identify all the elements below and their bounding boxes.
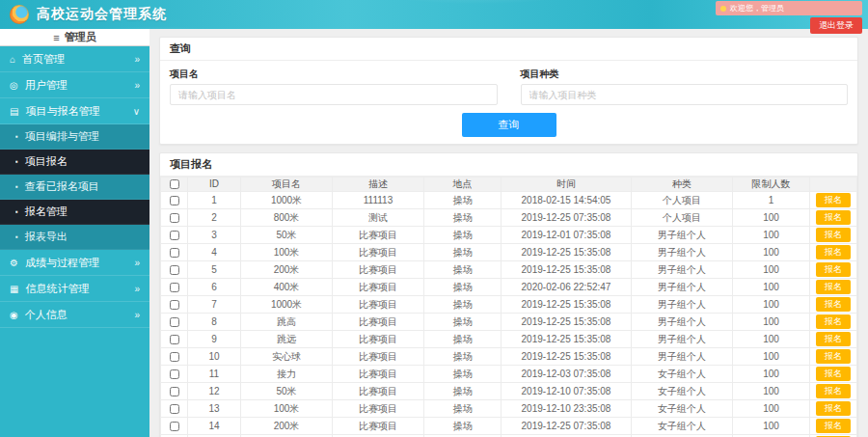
- logout-button[interactable]: 退出登录: [810, 17, 862, 34]
- signup-button[interactable]: 报名: [816, 297, 851, 312]
- signup-button[interactable]: 报名: [816, 419, 851, 433]
- menu-item-label: 个人信息: [25, 308, 68, 322]
- table-cell: 50米: [241, 227, 333, 244]
- table-row: 1250米比赛项目操场2019-12-10 07:35:08女子组个人100报名: [161, 383, 857, 400]
- table-cell: 2019-12-25 15:35:08: [502, 314, 632, 331]
- row-checkbox[interactable]: [170, 196, 179, 205]
- doc-icon: ▪: [15, 232, 18, 241]
- row-checkbox-cell: [161, 209, 188, 227]
- row-checkbox[interactable]: [170, 387, 179, 396]
- search-form: 项目名 项目种类 查询: [160, 61, 857, 144]
- table-cell: 跳高: [241, 314, 333, 331]
- signup-button[interactable]: 报名: [816, 245, 851, 259]
- row-checkbox-cell: [161, 348, 188, 366]
- row-checkbox[interactable]: [170, 422, 179, 431]
- table-cell: 操场: [424, 192, 502, 209]
- submenu-item-6[interactable]: ▪报名管理: [0, 200, 149, 225]
- greeting-text: 欢迎您，管理员: [730, 3, 784, 14]
- menu-item-label: 项目报名: [25, 154, 68, 169]
- row-checkbox-cell: [161, 296, 188, 314]
- table-cell: 女子组个人: [632, 366, 733, 383]
- chevron-icon: »: [134, 258, 140, 268]
- row-checkbox[interactable]: [170, 213, 179, 223]
- signup-button[interactable]: 报名: [816, 193, 851, 207]
- table-cell: 13: [188, 400, 241, 418]
- submenu-item-3[interactable]: ▪项目编排与管理: [0, 124, 149, 150]
- row-checkbox[interactable]: [170, 404, 179, 414]
- table-cell: 7: [188, 296, 241, 314]
- menu-item-2[interactable]: ▤项目与报名管理∨: [0, 98, 149, 124]
- menu-item-8[interactable]: ⚙成绩与过程管理»: [0, 250, 149, 276]
- signup-button[interactable]: 报名: [816, 332, 851, 346]
- row-checkbox[interactable]: [170, 335, 179, 344]
- project-type-input[interactable]: [521, 84, 849, 105]
- table-cell: 比赛项目: [333, 366, 424, 383]
- row-checkbox[interactable]: [170, 265, 179, 275]
- menu-item-10[interactable]: ◉个人信息»: [0, 302, 149, 328]
- table-cell: 比赛项目: [333, 244, 424, 261]
- table-cell: 比赛项目: [333, 296, 424, 314]
- signup-button[interactable]: 报名: [816, 401, 851, 416]
- table-row: 350米比赛项目操场2019-12-01 07:35:08男子组个人100报名: [161, 227, 857, 244]
- row-checkbox[interactable]: [170, 369, 179, 379]
- submenu-item-5[interactable]: ▪查看已报名项目: [0, 175, 149, 200]
- search-button[interactable]: 查询: [462, 113, 556, 137]
- table-cell: 5: [188, 261, 241, 279]
- chevron-icon: »: [134, 54, 140, 65]
- row-action-cell: 报名: [810, 348, 857, 366]
- column-header-6: 限制人数: [733, 178, 810, 192]
- project-name-label: 项目名: [170, 68, 498, 81]
- table-cell: 操场: [424, 227, 502, 244]
- table-cell: 操场: [424, 261, 502, 279]
- table-cell: 100: [733, 331, 810, 348]
- row-checkbox-cell: [161, 418, 188, 435]
- signup-button[interactable]: 报名: [816, 384, 851, 398]
- row-checkbox[interactable]: [170, 300, 179, 310]
- chevron-icon: »: [134, 80, 140, 91]
- table-row: 71000米比赛项目操场2019-12-25 15:35:08男子组个人100报…: [161, 296, 857, 314]
- table-cell: 比赛项目: [333, 383, 424, 400]
- menu-item-label: 查看已报名项目: [25, 179, 99, 194]
- menu-item-0[interactable]: ⌂首页管理»: [0, 46, 149, 72]
- submenu-item-7[interactable]: ▪报表导出: [0, 225, 149, 250]
- table-cell: 1: [188, 192, 241, 209]
- row-action-cell: 报名: [810, 383, 857, 400]
- projects-icon: ▤: [10, 106, 18, 117]
- sidebar: ≡ 管理员 ⌂首页管理»◎用户管理»▤项目与报名管理∨▪项目编排与管理▪项目报名…: [0, 29, 149, 437]
- signup-button[interactable]: 报名: [816, 210, 851, 225]
- signup-button[interactable]: 报名: [816, 228, 851, 242]
- row-checkbox[interactable]: [170, 231, 179, 240]
- table-cell: 个人项目: [632, 209, 733, 227]
- submenu-item-4[interactable]: ▪项目报名: [0, 150, 149, 175]
- signup-button[interactable]: 报名: [816, 314, 851, 329]
- signup-button[interactable]: 报名: [816, 262, 851, 277]
- row-action-cell: 报名: [810, 279, 857, 296]
- row-checkbox[interactable]: [170, 352, 179, 362]
- table-cell: 50米: [241, 383, 333, 400]
- table-cell: 100: [733, 296, 810, 314]
- row-action-cell: 报名: [810, 192, 857, 209]
- signup-button[interactable]: 报名: [816, 280, 851, 294]
- menu-item-9[interactable]: ▦信息统计管理»: [0, 276, 149, 302]
- row-checkbox-cell: [161, 314, 188, 331]
- column-header-1: 项目名: [241, 178, 333, 192]
- menu-item-label: 报表导出: [25, 230, 68, 244]
- table-cell: 操场: [424, 209, 502, 227]
- admin-bar[interactable]: ≡ 管理员: [0, 29, 149, 46]
- row-action-cell: 报名: [810, 261, 857, 279]
- menu-item-1[interactable]: ◎用户管理»: [0, 72, 149, 98]
- signup-button[interactable]: 报名: [816, 349, 851, 364]
- row-checkbox[interactable]: [170, 317, 179, 327]
- row-checkbox[interactable]: [170, 248, 179, 258]
- table-cell: 8: [188, 314, 241, 331]
- table-cell: 2019-12-25 07:35:08: [502, 418, 632, 435]
- table-row: 5200米比赛项目操场2019-12-25 15:35:08男子组个人100报名: [161, 261, 857, 279]
- table-cell: 比赛项目: [333, 261, 424, 279]
- select-all-checkbox[interactable]: [170, 179, 179, 189]
- project-name-input[interactable]: [170, 84, 498, 105]
- sidebar-menu: ⌂首页管理»◎用户管理»▤项目与报名管理∨▪项目编排与管理▪项目报名▪查看已报名…: [0, 46, 149, 328]
- table-cell: 男子组个人: [632, 331, 733, 348]
- table-cell: 操场: [424, 383, 502, 400]
- row-checkbox[interactable]: [170, 283, 179, 292]
- signup-button[interactable]: 报名: [816, 367, 851, 381]
